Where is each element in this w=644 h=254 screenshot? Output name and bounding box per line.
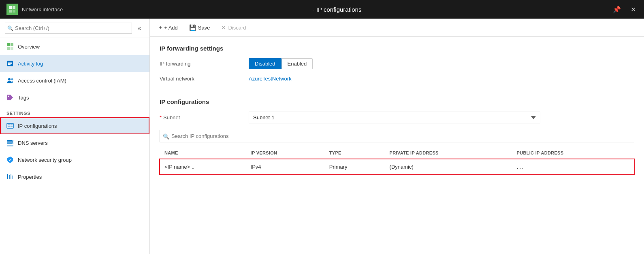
- search-ip-icon: 🔍: [163, 133, 169, 139]
- cell-name: <IP name> ..: [160, 159, 246, 175]
- ip-config-section-title: IP configurations: [160, 98, 634, 105]
- sidebar-item-properties[interactable]: Properties: [0, 168, 149, 185]
- overview-icon: [6, 43, 14, 50]
- table-header: NAME IP VERSION TYPE PRIVATE IP ADDRESS …: [160, 147, 634, 159]
- grid-icon: [6, 43, 14, 50]
- close-button[interactable]: ✕: [629, 4, 638, 15]
- svg-point-13: [11, 78, 13, 80]
- svg-rect-0: [9, 6, 12, 9]
- sidebar-item-label: Access control (IAM): [18, 78, 143, 84]
- dns-icon: [6, 139, 14, 146]
- cell-private-ip: (Dynamic): [385, 159, 512, 175]
- cell-type: Primary: [324, 159, 385, 175]
- search-ip-input[interactable]: [160, 130, 634, 142]
- add-label: + Add: [164, 25, 178, 31]
- sidebar-item-tags[interactable]: Tags: [0, 89, 149, 106]
- ip-name: <IP name>: [164, 164, 190, 170]
- virtual-network-link[interactable]: AzureTestNetwork: [249, 76, 291, 82]
- svg-rect-3: [13, 10, 15, 13]
- pin-button[interactable]: 📌: [611, 4, 623, 15]
- svg-point-12: [8, 78, 11, 80]
- row-ellipsis-button[interactable]: ...: [517, 163, 525, 170]
- header-row: NAME IP VERSION TYPE PRIVATE IP ADDRESS …: [160, 147, 634, 159]
- save-button[interactable]: 💾 Save: [188, 23, 211, 32]
- ip-forwarding-toggle: Disabled Enabled: [249, 58, 313, 69]
- col-type: TYPE: [324, 147, 385, 159]
- svg-rect-9: [8, 62, 12, 63]
- add-button[interactable]: + + Add: [158, 23, 179, 32]
- discard-icon: ✕: [221, 24, 226, 31]
- collapse-button[interactable]: «: [134, 23, 145, 34]
- sidebar-item-nsg[interactable]: Network security group: [0, 151, 149, 168]
- sidebar-item-iam[interactable]: Access control (IAM): [0, 72, 149, 89]
- subnet-label-text: Subnet: [163, 114, 180, 121]
- ip-name-suffix: ..: [192, 164, 194, 170]
- discard-label: Discard: [228, 25, 246, 31]
- required-star: *: [160, 114, 162, 121]
- svg-rect-4: [7, 43, 10, 46]
- svg-point-23: [12, 140, 13, 141]
- svg-rect-26: [9, 175, 10, 179]
- search-input[interactable]: [5, 23, 132, 34]
- svg-rect-7: [11, 47, 13, 50]
- search-ip-config-wrap: 🔍: [160, 130, 634, 142]
- virtual-network-row: Virtual network AzureTestNetwork: [160, 76, 634, 82]
- app-name: Network interface: [22, 6, 63, 13]
- sidebar-search-area: 🔍 «: [0, 19, 149, 38]
- search-wrap: 🔍: [5, 23, 132, 34]
- title-bar-actions: 📌 ✕: [611, 4, 638, 15]
- svg-rect-25: [7, 174, 8, 179]
- subnet-select[interactable]: Subnet-1: [249, 112, 540, 123]
- col-public-ip: PUBLIC IP ADDRESS: [512, 147, 634, 159]
- network-interface-icon: [8, 5, 16, 13]
- table-row[interactable]: <IP name> .. IPv4 Primary (Dynamic) ...: [160, 159, 634, 175]
- add-icon: +: [159, 24, 162, 31]
- svg-rect-5: [11, 43, 13, 46]
- toggle-disabled[interactable]: Disabled: [249, 58, 281, 69]
- sidebar: 🔍 « Overview: [0, 19, 150, 254]
- nsg-icon: [6, 156, 14, 163]
- window-title: - IP configurations: [313, 6, 362, 13]
- svg-rect-22: [7, 145, 13, 146]
- save-label: Save: [198, 25, 210, 31]
- col-name: NAME: [160, 147, 246, 159]
- sidebar-navigation: Overview Activity log: [0, 38, 149, 254]
- col-ip-version: IP VERSION: [246, 147, 324, 159]
- svg-point-24: [12, 143, 13, 144]
- title-bar: Network interface - IP configurations 📌 …: [0, 0, 644, 19]
- svg-rect-19: [11, 126, 13, 127]
- svg-rect-6: [7, 47, 10, 50]
- svg-rect-16: [8, 125, 10, 125]
- svg-rect-28: [12, 176, 13, 179]
- subnet-row: * Subnet Subnet-1: [160, 112, 634, 123]
- discard-button[interactable]: ✕ Discard: [220, 23, 247, 32]
- save-icon: 💾: [189, 24, 196, 31]
- section-divider: [160, 90, 634, 90]
- svg-rect-1: [13, 6, 15, 9]
- app-icon: [6, 4, 18, 15]
- virtual-network-value: AzureTestNetwork: [249, 76, 291, 82]
- main-layout: 🔍 « Overview: [0, 19, 644, 254]
- svg-rect-10: [8, 63, 12, 64]
- properties-icon: [6, 173, 14, 180]
- table-body: <IP name> .. IPv4 Primary (Dynamic) ...: [160, 159, 634, 175]
- svg-rect-11: [8, 64, 11, 65]
- ip-forwarding-row: IP forwarding Disabled Enabled: [160, 58, 634, 69]
- ip-forwarding-label: IP forwarding: [160, 61, 249, 67]
- sidebar-item-label: Tags: [18, 95, 143, 101]
- sidebar-item-label: Activity log: [18, 61, 143, 67]
- sidebar-item-activity-log[interactable]: Activity log: [0, 55, 149, 72]
- iam-icon: [6, 77, 14, 84]
- sidebar-item-ip-configurations[interactable]: IP configurations: [0, 117, 149, 134]
- svg-rect-18: [11, 125, 13, 125]
- sidebar-item-overview[interactable]: Overview: [0, 38, 149, 55]
- content-body: IP forwarding settings IP forwarding Dis…: [150, 37, 644, 183]
- toggle-enabled[interactable]: Enabled: [281, 58, 313, 69]
- subnet-label: * Subnet: [160, 114, 249, 121]
- svg-rect-2: [9, 10, 12, 13]
- toolbar: + + Add 💾 Save ✕ Discard: [150, 19, 644, 37]
- sidebar-item-label: Properties: [18, 174, 143, 180]
- activity-log-icon: [6, 60, 14, 67]
- sidebar-item-dns-servers[interactable]: DNS servers: [0, 134, 149, 151]
- virtual-network-label: Virtual network: [160, 76, 249, 82]
